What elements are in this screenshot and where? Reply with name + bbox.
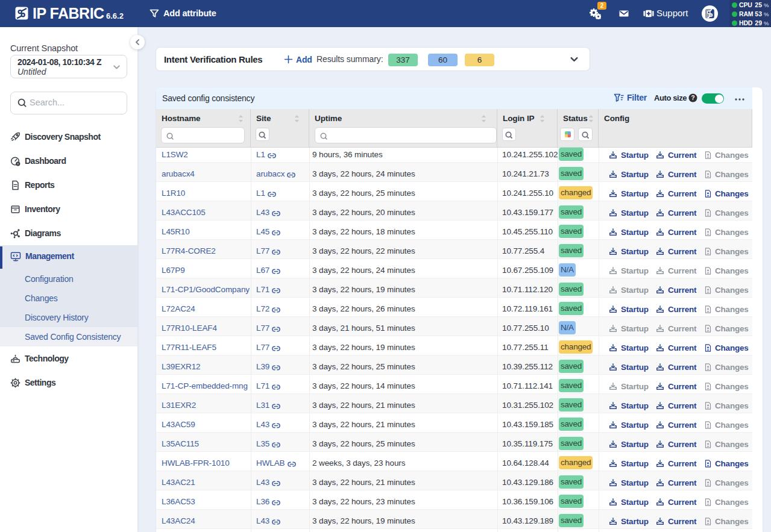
svg-text:?: ? xyxy=(691,95,694,101)
